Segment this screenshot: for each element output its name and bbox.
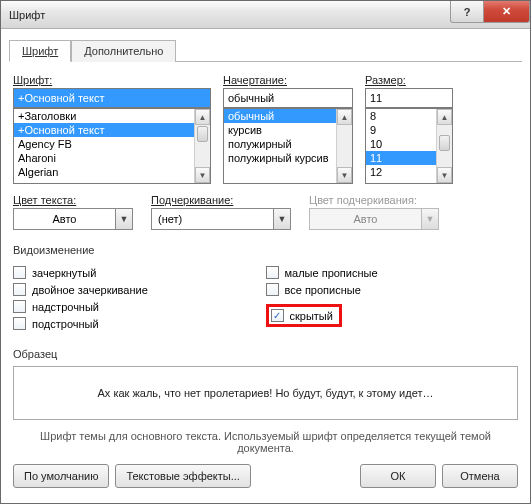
- checkbox-hidden[interactable]: ✓скрытый: [266, 304, 342, 327]
- chevron-down-icon[interactable]: ▼: [273, 208, 291, 230]
- checkbox-box: [13, 317, 26, 330]
- help-button[interactable]: ?: [450, 1, 484, 23]
- cancel-button[interactable]: Отмена: [442, 464, 518, 488]
- checkbox-smallcaps[interactable]: малые прописные: [266, 266, 519, 279]
- tab-strip: Шрифт Дополнительно: [9, 39, 522, 62]
- scrollbar[interactable]: ▲ ▼: [436, 109, 452, 183]
- checkbox-dblstrike[interactable]: двойное зачеркивание: [13, 283, 266, 296]
- tab-advanced[interactable]: Дополнительно: [71, 40, 176, 62]
- list-item[interactable]: 12: [366, 165, 436, 179]
- list-item[interactable]: +Заголовки: [14, 109, 194, 123]
- close-button[interactable]: ✕: [484, 1, 530, 23]
- list-item[interactable]: 8: [366, 109, 436, 123]
- checkbox-allcaps[interactable]: все прописные: [266, 283, 519, 296]
- checkbox-subscript[interactable]: подстрочный: [13, 317, 266, 330]
- list-item[interactable]: 11: [366, 151, 436, 165]
- underline-label: Подчеркивание:: [151, 194, 291, 206]
- scroll-down-icon[interactable]: ▼: [437, 167, 452, 183]
- text-effects-button[interactable]: Текстовые эффекты...: [115, 464, 251, 488]
- ok-button[interactable]: ОК: [360, 464, 436, 488]
- help-icon: ?: [464, 6, 471, 18]
- titlebar[interactable]: Шрифт ? ✕: [1, 1, 530, 29]
- font-label: Шрифт:: [13, 74, 211, 86]
- checkbox-box: [266, 266, 279, 279]
- scroll-down-icon[interactable]: ▼: [195, 167, 210, 183]
- scroll-down-icon[interactable]: ▼: [337, 167, 352, 183]
- checkbox-box: ✓: [271, 309, 284, 322]
- scroll-up-icon[interactable]: ▲: [437, 109, 452, 125]
- list-item[interactable]: полужирный курсив: [224, 151, 336, 165]
- preview-title: Образец: [13, 348, 518, 360]
- size-list[interactable]: 8 9 10 11 12 ▲ ▼: [365, 108, 453, 184]
- window-title: Шрифт: [9, 9, 450, 21]
- underline-color-label: Цвет подчеркивания:: [309, 194, 439, 206]
- list-item[interactable]: обычный: [224, 109, 336, 123]
- list-item[interactable]: курсив: [224, 123, 336, 137]
- chevron-down-icon[interactable]: ▼: [115, 208, 133, 230]
- list-item[interactable]: 9: [366, 123, 436, 137]
- checkbox-box: [13, 283, 26, 296]
- close-icon: ✕: [502, 5, 511, 18]
- underline-color-dropdown: Авто ▼: [309, 208, 439, 230]
- default-button[interactable]: По умолчанию: [13, 464, 109, 488]
- checkbox-strike[interactable]: зачеркнутый: [13, 266, 266, 279]
- checkbox-superscript[interactable]: надстрочный: [13, 300, 266, 313]
- underline-dropdown[interactable]: (нет) ▼: [151, 208, 291, 230]
- font-color-label: Цвет текста:: [13, 194, 133, 206]
- style-label: Начертание:: [223, 74, 353, 86]
- scroll-thumb[interactable]: [197, 126, 208, 142]
- list-item[interactable]: полужирный: [224, 137, 336, 151]
- scroll-up-icon[interactable]: ▲: [337, 109, 352, 125]
- list-item[interactable]: Agency FB: [14, 137, 194, 151]
- font-input[interactable]: +Основной текст: [13, 88, 211, 108]
- scroll-thumb[interactable]: [439, 135, 450, 151]
- checkbox-box: [13, 300, 26, 313]
- preview-box: Ах как жаль, что нет пролетариев! Но буд…: [13, 366, 518, 420]
- font-list[interactable]: +Заголовки +Основной текст Agency FB Aha…: [13, 108, 211, 184]
- style-list[interactable]: обычный курсив полужирный полужирный кур…: [223, 108, 353, 184]
- scrollbar[interactable]: ▲ ▼: [336, 109, 352, 183]
- hint-text: Шрифт темы для основного текста. Использ…: [13, 430, 518, 454]
- scrollbar[interactable]: ▲ ▼: [194, 109, 210, 183]
- chevron-down-icon: ▼: [421, 208, 439, 230]
- checkbox-box: [13, 266, 26, 279]
- list-item[interactable]: Aharoni: [14, 151, 194, 165]
- size-label: Размер:: [365, 74, 453, 86]
- list-item[interactable]: +Основной текст: [14, 123, 194, 137]
- scroll-up-icon[interactable]: ▲: [195, 109, 210, 125]
- style-input[interactable]: обычный: [223, 88, 353, 108]
- font-color-dropdown[interactable]: Авто ▼: [13, 208, 133, 230]
- list-item[interactable]: 10: [366, 137, 436, 151]
- font-dialog: Шрифт ? ✕ Шрифт Дополнительно Шрифт: +Ос…: [0, 0, 531, 504]
- tab-font[interactable]: Шрифт: [9, 40, 71, 62]
- list-item[interactable]: Algerian: [14, 165, 194, 179]
- effects-title: Видоизменение: [13, 244, 518, 256]
- size-input[interactable]: 11: [365, 88, 453, 108]
- checkbox-box: [266, 283, 279, 296]
